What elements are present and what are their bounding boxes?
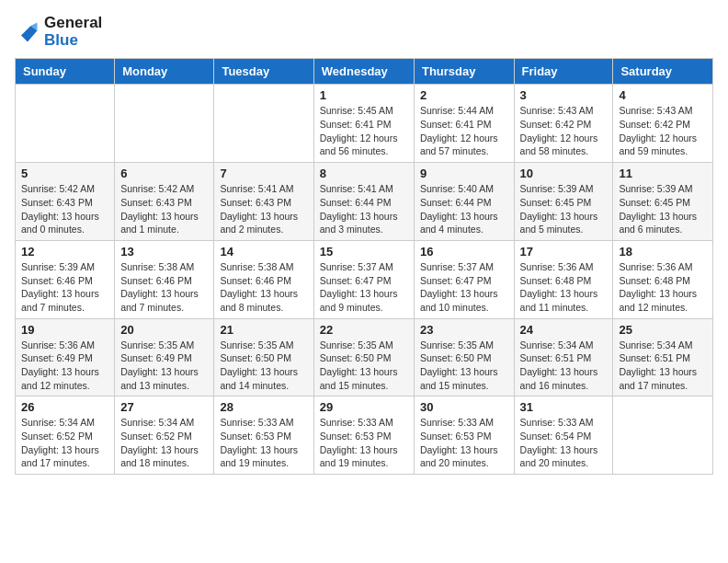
calendar-cell: 2Sunrise: 5:44 AM Sunset: 6:41 PM Daylig…: [414, 85, 514, 163]
day-number: 23: [420, 323, 508, 337]
day-number: 7: [220, 167, 307, 180]
day-info: Sunrise: 5:41 AM Sunset: 6:43 PM Dayligh…: [220, 182, 307, 236]
day-number: 3: [520, 88, 608, 102]
day-info: Sunrise: 5:38 AM Sunset: 6:46 PM Dayligh…: [120, 260, 208, 315]
day-info: Sunrise: 5:35 AM Sunset: 6:49 PM Dayligh…: [120, 339, 208, 393]
day-info: Sunrise: 5:35 AM Sunset: 6:50 PM Dayligh…: [320, 339, 408, 393]
calendar-cell: 30Sunrise: 5:33 AM Sunset: 6:53 PM Dayli…: [414, 396, 514, 475]
column-header-friday: Friday: [514, 59, 613, 85]
calendar-cell: 26Sunrise: 5:34 AM Sunset: 6:52 PM Dayli…: [16, 396, 115, 475]
calendar-week-row: 26Sunrise: 5:34 AM Sunset: 6:52 PM Dayli…: [16, 396, 713, 475]
day-number: 19: [21, 323, 108, 337]
day-number: 12: [21, 245, 108, 259]
calendar-cell: 28Sunrise: 5:33 AM Sunset: 6:53 PM Dayli…: [214, 396, 313, 475]
column-header-sunday: Sunday: [16, 59, 115, 85]
day-number: 31: [520, 400, 608, 414]
day-number: 10: [520, 167, 608, 180]
calendar-cell: 29Sunrise: 5:33 AM Sunset: 6:53 PM Dayli…: [313, 396, 414, 475]
day-number: 25: [619, 323, 707, 337]
page-header: General Blue: [15, 15, 713, 49]
calendar-cell: 6Sunrise: 5:42 AM Sunset: 6:43 PM Daylig…: [115, 163, 214, 241]
day-number: 4: [619, 88, 707, 102]
logo-text: General Blue: [44, 15, 102, 49]
calendar-cell: 10Sunrise: 5:39 AM Sunset: 6:45 PM Dayli…: [514, 163, 613, 241]
calendar-cell: 21Sunrise: 5:35 AM Sunset: 6:50 PM Dayli…: [214, 318, 313, 396]
calendar-week-row: 19Sunrise: 5:36 AM Sunset: 6:49 PM Dayli…: [16, 318, 713, 396]
day-info: Sunrise: 5:33 AM Sunset: 6:53 PM Dayligh…: [220, 416, 307, 470]
day-number: 27: [120, 400, 208, 414]
calendar-week-row: 1Sunrise: 5:45 AM Sunset: 6:41 PM Daylig…: [16, 85, 713, 163]
day-info: Sunrise: 5:35 AM Sunset: 6:50 PM Dayligh…: [220, 339, 307, 393]
calendar-cell: 22Sunrise: 5:35 AM Sunset: 6:50 PM Dayli…: [313, 318, 414, 396]
calendar-cell: 5Sunrise: 5:42 AM Sunset: 6:43 PM Daylig…: [16, 163, 115, 241]
calendar-cell: 12Sunrise: 5:39 AM Sunset: 6:46 PM Dayli…: [16, 240, 115, 318]
day-info: Sunrise: 5:41 AM Sunset: 6:44 PM Dayligh…: [320, 182, 408, 236]
day-number: 1: [320, 88, 408, 102]
day-number: 26: [21, 400, 108, 414]
day-info: Sunrise: 5:45 AM Sunset: 6:41 PM Dayligh…: [320, 104, 408, 158]
day-number: 21: [220, 323, 307, 337]
day-info: Sunrise: 5:35 AM Sunset: 6:50 PM Dayligh…: [420, 339, 508, 393]
day-info: Sunrise: 5:33 AM Sunset: 6:53 PM Dayligh…: [420, 416, 508, 470]
calendar-cell: 27Sunrise: 5:34 AM Sunset: 6:52 PM Dayli…: [115, 396, 214, 475]
calendar-cell: 15Sunrise: 5:37 AM Sunset: 6:47 PM Dayli…: [313, 240, 414, 318]
calendar-cell: 14Sunrise: 5:38 AM Sunset: 6:46 PM Dayli…: [214, 240, 313, 318]
calendar-cell: 7Sunrise: 5:41 AM Sunset: 6:43 PM Daylig…: [214, 163, 313, 241]
day-number: 5: [21, 167, 108, 180]
calendar-cell: [16, 85, 115, 163]
day-number: 11: [619, 167, 707, 180]
column-header-wednesday: Wednesday: [313, 59, 414, 85]
calendar-cell: 20Sunrise: 5:35 AM Sunset: 6:49 PM Dayli…: [115, 318, 214, 396]
day-info: Sunrise: 5:36 AM Sunset: 6:48 PM Dayligh…: [520, 260, 608, 315]
calendar-cell: 9Sunrise: 5:40 AM Sunset: 6:44 PM Daylig…: [414, 163, 514, 241]
logo-icon: [15, 19, 40, 45]
day-info: Sunrise: 5:34 AM Sunset: 6:51 PM Dayligh…: [520, 339, 608, 393]
calendar-cell: 1Sunrise: 5:45 AM Sunset: 6:41 PM Daylig…: [313, 85, 414, 163]
day-info: Sunrise: 5:38 AM Sunset: 6:46 PM Dayligh…: [220, 260, 307, 315]
day-number: 29: [320, 400, 408, 414]
column-header-thursday: Thursday: [414, 59, 514, 85]
day-number: 8: [320, 167, 408, 180]
day-info: Sunrise: 5:39 AM Sunset: 6:45 PM Dayligh…: [520, 182, 608, 236]
calendar-cell: 4Sunrise: 5:43 AM Sunset: 6:42 PM Daylig…: [613, 85, 713, 163]
day-info: Sunrise: 5:40 AM Sunset: 6:44 PM Dayligh…: [420, 182, 508, 236]
day-number: 13: [120, 245, 208, 259]
day-info: Sunrise: 5:34 AM Sunset: 6:51 PM Dayligh…: [619, 339, 707, 393]
logo: General Blue: [15, 15, 102, 49]
calendar-week-row: 12Sunrise: 5:39 AM Sunset: 6:46 PM Dayli…: [16, 240, 713, 318]
day-number: 24: [520, 323, 608, 337]
calendar-cell: [214, 85, 313, 163]
day-info: Sunrise: 5:36 AM Sunset: 6:49 PM Dayligh…: [21, 339, 108, 393]
day-info: Sunrise: 5:42 AM Sunset: 6:43 PM Dayligh…: [21, 182, 108, 236]
calendar-cell: [115, 85, 214, 163]
day-info: Sunrise: 5:36 AM Sunset: 6:48 PM Dayligh…: [619, 260, 707, 315]
day-number: 6: [120, 167, 208, 180]
column-header-monday: Monday: [115, 59, 214, 85]
calendar-header-row: SundayMondayTuesdayWednesdayThursdayFrid…: [16, 59, 713, 85]
day-info: Sunrise: 5:37 AM Sunset: 6:47 PM Dayligh…: [420, 260, 508, 315]
calendar-cell: 16Sunrise: 5:37 AM Sunset: 6:47 PM Dayli…: [414, 240, 514, 318]
day-number: 16: [420, 245, 508, 259]
calendar-cell: 8Sunrise: 5:41 AM Sunset: 6:44 PM Daylig…: [313, 163, 414, 241]
calendar-cell: 18Sunrise: 5:36 AM Sunset: 6:48 PM Dayli…: [613, 240, 713, 318]
day-info: Sunrise: 5:33 AM Sunset: 6:54 PM Dayligh…: [520, 416, 608, 470]
day-info: Sunrise: 5:34 AM Sunset: 6:52 PM Dayligh…: [120, 416, 208, 470]
calendar-cell: 31Sunrise: 5:33 AM Sunset: 6:54 PM Dayli…: [514, 396, 613, 475]
calendar-cell: 13Sunrise: 5:38 AM Sunset: 6:46 PM Dayli…: [115, 240, 214, 318]
calendar-cell: 3Sunrise: 5:43 AM Sunset: 6:42 PM Daylig…: [514, 85, 613, 163]
day-number: 14: [220, 245, 307, 259]
day-info: Sunrise: 5:43 AM Sunset: 6:42 PM Dayligh…: [520, 104, 608, 158]
calendar-cell: 17Sunrise: 5:36 AM Sunset: 6:48 PM Dayli…: [514, 240, 613, 318]
calendar-cell: 23Sunrise: 5:35 AM Sunset: 6:50 PM Dayli…: [414, 318, 514, 396]
day-number: 9: [420, 167, 508, 180]
calendar-cell: 24Sunrise: 5:34 AM Sunset: 6:51 PM Dayli…: [514, 318, 613, 396]
calendar-cell: 25Sunrise: 5:34 AM Sunset: 6:51 PM Dayli…: [613, 318, 713, 396]
day-info: Sunrise: 5:43 AM Sunset: 6:42 PM Dayligh…: [619, 104, 707, 158]
day-number: 22: [320, 323, 408, 337]
day-number: 2: [420, 88, 508, 102]
calendar-cell: [613, 396, 713, 475]
day-info: Sunrise: 5:34 AM Sunset: 6:52 PM Dayligh…: [21, 416, 108, 470]
calendar-table: SundayMondayTuesdayWednesdayThursdayFrid…: [15, 58, 713, 475]
day-number: 15: [320, 245, 408, 259]
day-number: 30: [420, 400, 508, 414]
